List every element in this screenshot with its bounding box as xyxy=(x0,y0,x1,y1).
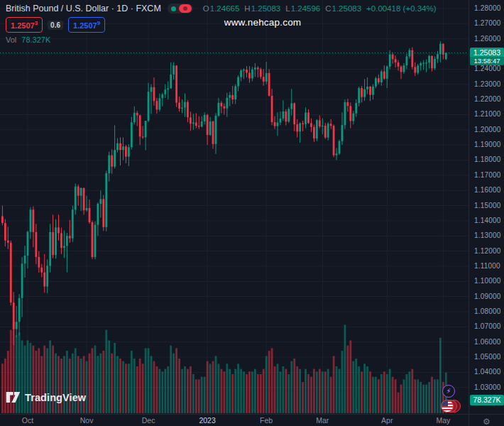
price-tick-label: 1.08000 xyxy=(474,307,501,315)
price-tick-label: 1.14000 xyxy=(474,217,501,224)
tradingview-logo-icon xyxy=(6,391,21,403)
price-tick-label: 1.05000 xyxy=(474,353,501,361)
axis-corner: ⚙ xyxy=(469,414,504,426)
spread-value: 0.6 xyxy=(48,21,63,30)
current-price-label: 1.25083 13:58:47 xyxy=(470,48,504,65)
ohlc-values: O1.24665 H1.25083 L1.24596 C1.25083 +0.0… xyxy=(203,4,437,13)
price-tick-label: 1.16000 xyxy=(474,186,501,194)
time-tick-label: May xyxy=(436,416,450,425)
time-tick-label: Nov xyxy=(80,416,94,425)
open-value: 1.24665 xyxy=(210,4,240,13)
price-tick-label: 1.28000 xyxy=(474,4,501,12)
high-value: 1.25083 xyxy=(251,4,281,13)
price-tick-label: 1.13000 xyxy=(474,231,501,239)
time-tick-label: Oct xyxy=(22,416,33,425)
tradingview-chart-window: www.nehcap.com British Pound / U.S. Doll… xyxy=(0,0,504,426)
chart-legend: British Pound / U.S. Dollar · 1D · FXCM … xyxy=(6,3,437,44)
price-tick-label: 1.15000 xyxy=(474,202,501,209)
tradingview-logo-text: TradingView xyxy=(25,392,86,403)
price-tick-label: 1.07000 xyxy=(474,322,501,330)
buy-ask-button[interactable]: 1.25079 xyxy=(68,17,105,33)
candlestick-chart-pane[interactable]: www.nehcap.com British Pound / U.S. Doll… xyxy=(0,0,469,414)
sell-bid-button[interactable]: 1.25073 xyxy=(6,17,43,33)
price-tick-label: 1.26000 xyxy=(474,35,501,43)
current-volume-label: 78.327K xyxy=(470,395,504,405)
price-tick-label: 1.17000 xyxy=(474,171,501,179)
time-axis[interactable]: OctNovDec2023FebMarAprMay xyxy=(0,414,469,426)
price-tick-label: 1.09000 xyxy=(474,293,501,300)
market-status-toggle[interactable] xyxy=(168,4,193,13)
price-axis[interactable]: 1.25083 13:58:47 78.327K 1.280001.270001… xyxy=(469,0,504,414)
price-tick-label: 1.23000 xyxy=(474,80,501,88)
time-tick-label: 2023 xyxy=(199,416,215,425)
price-tick-label: 1.24000 xyxy=(474,65,501,72)
price-tick-label: 1.03000 xyxy=(474,383,501,391)
time-tick-label: Feb xyxy=(260,416,273,425)
market-open-dot-icon xyxy=(171,6,176,11)
us-flag-icon xyxy=(441,400,454,413)
notification-pill-icon xyxy=(179,4,192,13)
volume-label: Vol xyxy=(6,36,16,44)
price-tick-label: 1.18000 xyxy=(474,155,501,163)
volume-value: 78.327K xyxy=(21,36,50,44)
current-price-value: 1.25083 xyxy=(470,48,504,57)
price-tick-label: 1.04000 xyxy=(474,368,501,376)
symbol-title[interactable]: British Pound / U.S. Dollar · 1D · FXCM xyxy=(6,4,161,13)
tradingview-logo[interactable]: TradingView xyxy=(6,391,86,403)
time-tick-label: Dec xyxy=(142,416,155,425)
candlestick-chart[interactable] xyxy=(0,0,469,414)
price-tick-label: 1.21000 xyxy=(474,110,501,118)
price-tick-label: 1.27000 xyxy=(474,19,501,27)
time-tick-label: Mar xyxy=(316,416,329,425)
price-tick-label: 1.10000 xyxy=(474,277,501,285)
volume-legend: Vol78.327K xyxy=(6,36,437,44)
us-flag-economic-events-icon[interactable] xyxy=(441,400,462,413)
bar-countdown: 13:58:47 xyxy=(470,57,504,65)
price-tick-label: 1.20000 xyxy=(474,126,501,133)
price-tick-label: 1.11000 xyxy=(474,262,500,270)
time-tick-label: Apr xyxy=(381,416,393,425)
price-tick-label: 1.06000 xyxy=(474,338,501,346)
lightning-event-icon[interactable]: ⚡ xyxy=(442,385,455,398)
price-tick-label: 1.12000 xyxy=(474,247,501,255)
price-tick-label: 1.19000 xyxy=(474,141,501,148)
change-value: +0.00418 (+0.34%) xyxy=(366,4,436,13)
price-tick-label: 1.22000 xyxy=(474,95,501,103)
settings-gear-icon[interactable]: ⚙ xyxy=(483,416,491,426)
close-value: 1.25083 xyxy=(332,4,362,13)
low-value: 1.24596 xyxy=(291,4,321,13)
